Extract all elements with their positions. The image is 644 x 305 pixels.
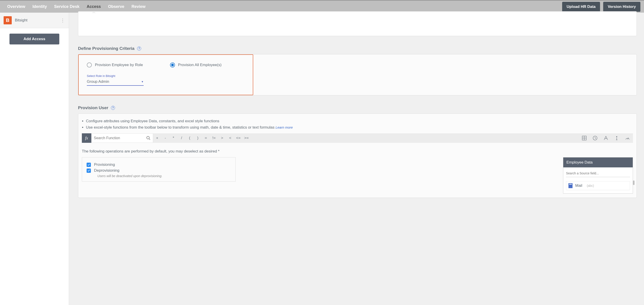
field-item-mail[interactable]: Mail (abc) [566, 181, 630, 190]
tab-service-desk[interactable]: Service Desk [50, 1, 83, 13]
app-name: Bitsight [15, 18, 28, 23]
checkbox-icon [86, 163, 91, 167]
checkbox-icon [86, 169, 91, 173]
radio-icon [87, 63, 92, 68]
help-icon[interactable]: ? [111, 106, 115, 110]
svg-line-7 [595, 138, 596, 139]
provision-user-section: Provision User ? Configure attributes us… [78, 105, 637, 198]
fx-icon[interactable]: fx [82, 133, 91, 143]
previous-panel [78, 11, 637, 36]
provision-user-panel: Configure attributes using Employee Data… [78, 114, 637, 198]
radio-label: Provision All Employee(s) [178, 63, 222, 67]
op-gte[interactable]: >= [242, 136, 250, 140]
info-list: Configure attributes using Employee Data… [82, 118, 633, 130]
svg-point-9 [616, 136, 617, 137]
op-equal[interactable]: = [202, 136, 210, 140]
sidebar-app-row[interactable]: B Bitsight ⋮ [0, 13, 69, 28]
field-icon [568, 183, 572, 188]
employee-data-panel: Employee Data Mail (abc) [563, 157, 633, 194]
criteria-highlighted: Provision Employee by Role Provision All… [78, 54, 253, 95]
op-lte[interactable]: <= [234, 136, 242, 140]
svg-point-0 [146, 136, 149, 139]
gauge-icon[interactable] [622, 135, 633, 141]
op-minus[interactable]: - [161, 136, 169, 140]
info-item: Configure attributes using Employee Data… [86, 118, 633, 124]
criteria-title: Define Provisioning Criteria [78, 46, 134, 51]
radio-provision-by-role[interactable]: Provision Employee by Role [87, 63, 143, 68]
function-search[interactable] [91, 133, 153, 143]
main-content: Define Provisioning Criteria ? Provision… [69, 13, 644, 305]
criteria-section: Define Provisioning Criteria ? Provision… [78, 46, 637, 95]
version-history-button[interactable]: Version History [603, 2, 640, 12]
sidebar: B Bitsight ⋮ Add Access [0, 13, 69, 305]
table-icon[interactable] [579, 135, 590, 141]
checkbox-deprovisioning[interactable]: Deprovisioning [86, 168, 231, 173]
tab-overview[interactable]: Overview [4, 1, 29, 13]
info-item: Use excel-style functions from the toolb… [86, 125, 633, 130]
chevron-down-icon: ▼ [141, 80, 144, 83]
checkbox-provisioning[interactable]: Provisioning [86, 162, 231, 167]
employee-data-header: Employee Data [563, 157, 633, 167]
employee-data-search-input[interactable] [566, 171, 630, 177]
op-lt[interactable]: < [226, 136, 234, 140]
op-paren-open[interactable]: ( [186, 136, 194, 140]
tab-identity[interactable]: Identity [29, 1, 50, 13]
checkbox-label: Provisioning [94, 162, 115, 167]
field-name: Mail [575, 183, 582, 188]
op-multiply[interactable]: * [169, 136, 178, 140]
radio-label: Provision Employee by Role [95, 63, 143, 67]
text-icon[interactable] [600, 135, 611, 141]
role-select-label: Select Role in Bitsight [87, 74, 245, 78]
learn-more-link[interactable]: Learn more [276, 125, 293, 129]
function-search-input[interactable] [94, 136, 146, 140]
top-actions: Upload HR Data Version History [562, 2, 640, 12]
field-type: (abc) [587, 184, 594, 187]
op-paren-close[interactable]: ) [194, 136, 202, 140]
deprovisioning-note: Users will be deactivated upon deprovisi… [98, 174, 231, 178]
op-gt[interactable]: > [218, 136, 226, 140]
op-plus[interactable]: + [153, 136, 161, 140]
app-logo: B [4, 16, 12, 24]
add-access-button[interactable]: Add Access [10, 34, 59, 45]
radio-provision-all[interactable]: Provision All Employee(s) [170, 63, 222, 68]
role-select[interactable]: Group Admin ▼ [87, 79, 144, 86]
tab-access[interactable]: Access [83, 1, 104, 13]
svg-line-1 [149, 139, 150, 140]
more-menu-icon[interactable]: ⋮ [60, 18, 65, 23]
operator-bar: + - * / ( ) = != > < <= >= [153, 133, 633, 143]
criteria-panel: Provision Employee by Role Provision All… [78, 54, 637, 95]
operations-note: The following operations are performed b… [82, 149, 633, 154]
operations-box: Provisioning Deprovisioning Users will b… [82, 157, 236, 182]
clock-icon[interactable] [590, 135, 600, 141]
provision-user-title: Provision User [78, 105, 108, 110]
top-nav: Overview Identity Service Desk Access Ob… [0, 0, 644, 13]
scrollbar[interactable] [633, 180, 634, 185]
tab-review[interactable]: Review [128, 1, 149, 13]
help-icon[interactable]: ? [137, 47, 141, 51]
checkbox-label: Deprovisioning [94, 168, 119, 173]
search-icon [146, 136, 151, 141]
formula-toolbar: fx + - * / ( ) = != > [82, 133, 633, 143]
tab-observe[interactable]: Observe [104, 1, 128, 13]
upload-hr-data-button[interactable]: Upload HR Data [562, 2, 600, 12]
info-icon[interactable] [611, 135, 622, 141]
tab-list: Overview Identity Service Desk Access Ob… [4, 1, 149, 13]
radio-icon-selected [170, 63, 175, 68]
op-not-equal[interactable]: != [210, 136, 218, 140]
role-select-value: Group Admin [87, 79, 109, 84]
op-divide[interactable]: / [178, 136, 186, 140]
